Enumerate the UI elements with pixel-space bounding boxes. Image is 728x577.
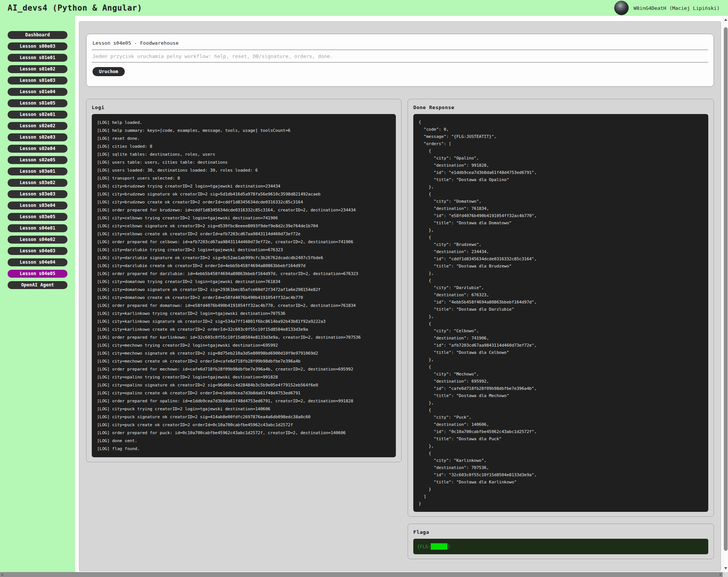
flag-redaction-block <box>431 543 447 550</box>
log-line: [LOG] city=opalino create ok creatorID=2… <box>97 389 391 397</box>
lesson-card: Lesson s04e05 - Foodwarehouse Uruchom <box>86 34 714 87</box>
done-response-panel: Done Response { "code": 0, "message": "{… <box>408 99 714 517</box>
sidebar-item-lesson-s02e01[interactable]: Lesson s02e01 <box>8 111 67 119</box>
log-line: [LOG] users table: users, cities table: … <box>97 158 391 166</box>
right-column: Done Response { "code": 0, "message": "{… <box>408 99 714 559</box>
log-line: [LOG] city=puck create ok creatorID=2 or… <box>97 421 391 429</box>
log-line: [LOG] help summary: keys=[code, examples… <box>97 127 391 134</box>
panels-row: Logi [LOG] help loaded.[LOG] help summar… <box>86 99 714 559</box>
sidebar-item-lesson-s02e05[interactable]: Lesson s02e05 <box>8 156 67 164</box>
log-line: [LOG] order prepared for celbowo: id=afb… <box>97 238 391 246</box>
log-line: [LOG] reset done. <box>97 134 391 142</box>
scroll-up-arrow-icon[interactable] <box>723 17 728 23</box>
flag-box: {FLG: } <box>413 539 708 554</box>
logs-panel: Logi [LOG] help loaded.[LOG] help summar… <box>86 99 402 462</box>
log-line: [LOG] city=puck trying creatorID=2 login… <box>97 405 391 413</box>
log-line: [LOG] city=celbowo create ok creatorID=2… <box>97 230 391 238</box>
log-line: [LOG] city=mechowo trying creatorID=2 lo… <box>97 341 391 349</box>
log-line: [LOG] city=domatowo create ok creatorID=… <box>97 294 391 302</box>
log-line: [LOG] city=karlinkowo signature ok creat… <box>97 317 391 325</box>
vertical-scrollbar[interactable] <box>723 16 728 572</box>
app-title: AI_devs4 (Python & Angular) <box>8 3 142 13</box>
sidebar-item-lesson-s02e02[interactable]: Lesson s02e02 <box>8 122 67 130</box>
sidebar-item-lesson-s02e04[interactable]: Lesson s02e04 <box>8 145 67 153</box>
scroll-right-arrow-icon[interactable] <box>720 573 722 576</box>
log-line: [LOG] order prepared for karlinkowo: id=… <box>97 333 391 341</box>
sidebar-item-lesson-s01e02[interactable]: Lesson s01e02 <box>8 65 67 73</box>
horizontal-scrollbar[interactable] <box>0 572 723 577</box>
log-line: [LOG] city=brudzewo signature ok creator… <box>97 190 391 198</box>
sidebar-item-lesson-s04e03[interactable]: Lesson s04e03 <box>8 247 67 255</box>
log-line: [LOG] order prepared for darzlubie: id=4… <box>97 270 391 278</box>
log-line: [LOG] city=brudzewo create ok creatorID=… <box>97 198 391 206</box>
sidebar-item-lesson-s01e03[interactable]: Lesson s01e03 <box>8 77 67 84</box>
app-header: AI_devs4 (Python & Angular) W8inG4DeatH … <box>0 0 728 16</box>
sidebar-item-lesson-s04e04[interactable]: Lesson s04e04 <box>8 258 67 266</box>
log-line: [LOG] city=puck signature ok creatorID=2… <box>97 413 391 421</box>
logs-output: [LOG] help loaded.[LOG] help summary: ke… <box>92 114 396 457</box>
log-line: [LOG] city=celbowo trying creatorID=2 lo… <box>97 214 391 222</box>
sidebar-item-lesson-s03e01[interactable]: Lesson s03e01 <box>8 167 67 175</box>
log-line: [LOG] cities loaded: 8 <box>97 142 391 150</box>
done-response-output: { "code": 0, "message": "{FLG:JUSTEATIT}… <box>413 114 708 512</box>
log-line: [LOG] order prepared for puck: id=0c10a7… <box>97 429 391 437</box>
log-line: [LOG] city=darzlubie signature ok creato… <box>97 254 391 262</box>
log-line: [LOG] city=opalino signature ok creatorI… <box>97 381 391 389</box>
done-panel-title: Done Response <box>413 105 708 110</box>
sidebar-item-lesson-s04e05[interactable]: Lesson s04e05 <box>8 270 67 278</box>
log-line: [LOG] city=brudzewo trying creatorID=2 l… <box>97 182 391 190</box>
sidebar-item-lesson-s01e05[interactable]: Lesson s01e05 <box>8 99 67 107</box>
avatar[interactable] <box>614 1 629 15</box>
flag-panel: Flaga {FLG: } <box>408 524 714 559</box>
log-line: [LOG] city=opalino trying creatorID=2 lo… <box>97 373 391 381</box>
log-line: [LOG] order prepared for mechowo: id=caf… <box>97 365 391 373</box>
scrollbar-corner <box>723 572 728 577</box>
scroll-down-arrow-icon[interactable] <box>723 565 728 571</box>
log-line: [LOG] city=karlinkowo trying creatorID=2… <box>97 310 391 317</box>
sidebar-item-lesson-s03e02[interactable]: Lesson s03e02 <box>8 179 67 187</box>
log-line: [LOG] city=mechowo signature ok creatorI… <box>97 349 391 357</box>
main-container: Lesson s04e05 - Foodwarehouse Uruchom Lo… <box>79 21 721 571</box>
run-button[interactable]: Uruchom <box>93 67 125 76</box>
lesson-title: Lesson s04e05 - Foodwarehouse <box>93 40 708 46</box>
sidebar-item-lesson-s00e03[interactable]: Lesson s00e03 <box>8 42 67 50</box>
user-chip: W8inG4DeatH (Maciej Lipiński) <box>614 1 720 15</box>
log-line: [LOG] city=celbowo signature ok creatorI… <box>97 222 391 230</box>
sidebar-item-lesson-s04e01[interactable]: Lesson s04e01 <box>8 224 67 232</box>
sidebar-item-lesson-s03e05[interactable]: Lesson s03e05 <box>8 213 67 221</box>
sidebar-item-lesson-s01e04[interactable]: Lesson s01e04 <box>8 88 67 96</box>
log-line: [LOG] users loaded: 30, destinations loa… <box>97 166 391 174</box>
logs-panel-title: Logi <box>92 105 396 110</box>
sidebar-item-lesson-s02e03[interactable]: Lesson s02e03 <box>8 133 67 141</box>
sidebar-item-openai-agent[interactable]: OpenAI Agent <box>8 281 67 289</box>
sidebar-item-lesson-s04e02[interactable]: Lesson s04e02 <box>8 236 67 244</box>
flag-panel-title: Flaga <box>413 529 708 535</box>
flag-prefix: {FLG: <box>417 544 431 549</box>
log-line: [LOG] city=darzlubie create ok creatorID… <box>97 262 391 270</box>
sidebar-item-lesson-s01e01[interactable]: Lesson s01e01 <box>8 54 67 62</box>
log-line: [LOG] done sent. <box>97 437 391 445</box>
log-line: [LOG] sqlite tables: destinations, roles… <box>97 150 391 158</box>
log-line: [LOG] help loaded. <box>97 119 391 127</box>
sidebar-item-lesson-s03e04[interactable]: Lesson s03e04 <box>8 202 67 210</box>
log-line: [LOG] flag found. <box>97 445 391 453</box>
sidebar-item-dashboard[interactable]: Dashboard <box>8 31 67 39</box>
user-name: W8inG4DeatH (Maciej Lipiński) <box>634 5 720 11</box>
sidebar: DashboardLesson s00e03Lesson s01e01Lesso… <box>0 16 75 572</box>
log-line: [LOG] city=mechowo create ok creatorID=2… <box>97 357 391 365</box>
log-line: [LOG] transport users selected: 8 <box>97 174 391 182</box>
log-line: [LOG] order prepared for opalino: id=e1d… <box>97 397 391 405</box>
vertical-scrollbar-thumb[interactable] <box>724 27 728 551</box>
log-line: [LOG] city=darzlubie trying creatorID=2 … <box>97 246 391 254</box>
log-line: [LOG] city=karlinkowo create ok creatorI… <box>97 325 391 333</box>
log-line: [LOG] order prepared for brudzewo: id=cd… <box>97 206 391 214</box>
page: AI_devs4 (Python & Angular) W8inG4DeatH … <box>0 0 728 577</box>
log-line: [LOG] order prepared for domatowo: id=e5… <box>97 302 391 310</box>
flag-suffix: } <box>447 544 450 549</box>
log-line: [LOG] city=domatowo trying creatorID=2 l… <box>97 278 391 286</box>
scroll-left-arrow-icon[interactable] <box>1 573 3 576</box>
sidebar-item-lesson-s03e03[interactable]: Lesson s03e03 <box>8 190 67 198</box>
log-line: [LOG] city=domatowo signature ok creator… <box>97 286 391 294</box>
lesson-input[interactable] <box>92 50 708 63</box>
